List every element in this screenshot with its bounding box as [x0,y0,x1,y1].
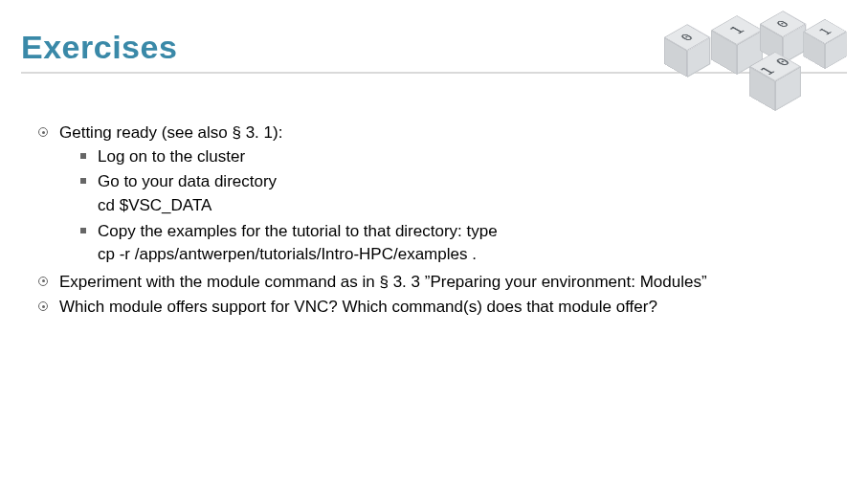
slide-title: Exercises [21,29,847,66]
sublist-item: Go to your data directory cd $VSC_DATA [80,170,847,217]
list-item: Which module offers support for VNC? Whi… [38,296,847,320]
code-line: cp -r /apps/antwerpen/tutorials/Intro-HP… [98,243,847,267]
sublist-item-text: Copy the examples for the tutorial to th… [98,222,498,240]
content: Getting ready (see also § 3. 1): Log on … [21,122,847,320]
sublist-item-text: Go to your data directory [98,172,277,190]
bullet-icon [38,127,48,137]
list-item: Experiment with the module command as in… [38,271,847,295]
code-line: cd $VSC_DATA [98,194,847,218]
list-item-text: Which module offers support for VNC? Whi… [59,298,657,316]
bullet-icon [38,301,48,311]
sublist-item: Copy the examples for the tutorial to th… [80,220,847,267]
square-bullet-icon [80,153,86,159]
sublist-item: Log on to the cluster [80,145,847,169]
list-item-text: Getting ready (see also § 3. 1): [59,123,282,142]
title-underline [21,72,847,74]
square-bullet-icon [80,178,86,184]
square-bullet-icon [80,228,86,233]
slide: 0 1 0 1 1 0 Exercises Getting ready (see… [0,0,868,488]
bullet-icon [38,277,48,286]
sublist-item-text: Log on to the cluster [98,147,245,166]
list-item-text: Experiment with the module command as in… [59,273,707,291]
list-item: Getting ready (see also § 3. 1): Log on … [38,122,847,269]
